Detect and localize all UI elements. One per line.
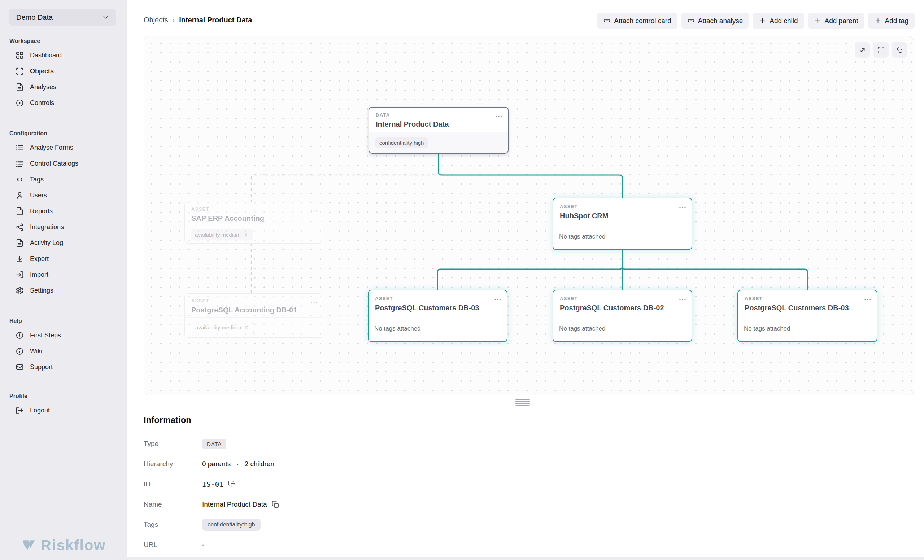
sidebar-item-label: Dashboard (30, 52, 62, 59)
node-menu-button[interactable] (678, 203, 687, 212)
node-title: PostgreSQL Customers DB-03 (375, 304, 500, 312)
info-row-id: ID IS-01 (144, 474, 649, 494)
node-title: Internal Product Data (376, 120, 501, 129)
add-parent-button[interactable]: Add parent (808, 13, 864, 28)
graph-node-internal-product-data[interactable]: DATA Internal Product Data confidentiali… (369, 107, 508, 154)
info-label: Name (144, 500, 202, 508)
node-tag-pill[interactable]: confidentiality:high (375, 138, 428, 148)
node-menu-button[interactable] (863, 295, 872, 304)
attach-analyse-button[interactable]: Attach analyse (681, 13, 749, 28)
alert-circle-icon (15, 331, 24, 340)
node-type-label: ASSET (560, 296, 685, 301)
no-tags-text: No tags attached (374, 325, 421, 332)
sidebar-item-label: Reports (30, 208, 53, 215)
node-tag-pill[interactable]: availability:medium (190, 229, 254, 240)
expand-icon (859, 46, 867, 54)
button-label: Add tag (885, 17, 909, 25)
sidebar-item-reports[interactable]: Reports (0, 203, 127, 219)
graph-node-sap-erp-accounting[interactable]: ASSET SAP ERP Accounting availability:me… (184, 202, 323, 244)
attach-control-card-button[interactable]: Attach control card (597, 13, 677, 28)
graph-node-postgresql-customers-db-03-b[interactable]: ASSET PostgreSQL Customers DB-03 No tags… (737, 290, 878, 342)
no-tags-text: No tags attached (559, 233, 606, 240)
sidebar-item-tags[interactable]: Tags (0, 171, 127, 187)
copy-id-button[interactable] (228, 480, 236, 488)
node-title: PostgreSQL Customers DB-03 (745, 304, 870, 312)
undo-button[interactable] (891, 42, 907, 58)
chevrons-down-icon (244, 325, 249, 331)
node-menu-button[interactable] (310, 298, 318, 307)
sidebar-item-first-steps[interactable]: First Steps (0, 327, 127, 343)
information-panel: Information Type DATA Hierarchy 0 parent… (144, 415, 649, 555)
sidebar-item-objects[interactable]: Objects (0, 63, 127, 79)
sidebar-item-import[interactable]: Import (0, 267, 127, 283)
file-icon (15, 207, 24, 216)
button-label: Add parent (825, 17, 858, 25)
graph-node-postgresql-customers-db-02[interactable]: ASSET PostgreSQL Customers DB-02 No tags… (553, 290, 692, 342)
list-dense-icon (15, 159, 24, 168)
sidebar-item-integrations[interactable]: Integrations (0, 219, 127, 235)
file-text-icon (15, 83, 24, 91)
fullscreen-button[interactable] (873, 42, 889, 58)
workspace-switcher[interactable]: Demo Data (9, 9, 116, 25)
tag-label: confidentiality:high (380, 140, 424, 146)
button-label: Add child (770, 17, 798, 25)
sidebar-item-label: Settings (30, 287, 53, 295)
breadcrumb-objects-link[interactable]: Objects (144, 16, 168, 24)
info-label: Tags (144, 521, 202, 529)
sidebar-item-support[interactable]: Support (0, 359, 127, 375)
button-label: Attach analyse (698, 17, 743, 25)
hierarchy-graph-canvas[interactable]: DATA Internal Product Data confidentiali… (144, 36, 914, 395)
sidebar-item-label: Tags (30, 176, 44, 183)
info-row-tags: Tags confidentiality:high (144, 515, 649, 535)
sidebar-item-dashboard[interactable]: Dashboard (0, 47, 127, 63)
sidebar-item-users[interactable]: Users (0, 187, 127, 203)
sidebar-item-controls[interactable]: Controls (0, 95, 127, 111)
page-header: Objects › Internal Product Data Attach c… (127, 0, 924, 36)
panel-resize-handle[interactable] (515, 398, 530, 406)
node-menu-button[interactable] (494, 295, 502, 304)
undo-icon (896, 46, 903, 54)
node-header: ASSET PostgreSQL Customers DB-03 (369, 290, 507, 316)
sidebar-item-label: Controls (30, 99, 54, 107)
sidebar-item-analyses[interactable]: Analyses (0, 79, 127, 95)
sidebar: Demo Data Workspace Dashboard Objects An… (0, 0, 127, 560)
plus-icon (759, 17, 766, 24)
node-header: ASSET PostgreSQL Customers DB-03 (738, 290, 877, 316)
node-footer: availability:medium (185, 317, 323, 337)
user-icon (15, 191, 24, 199)
copy-name-button[interactable] (272, 500, 279, 508)
info-row-hierarchy: Hierarchy 0 parents · 2 children (144, 454, 649, 474)
info-label: ID (144, 480, 202, 488)
sidebar-item-analyse-forms[interactable]: Analyse Forms (0, 140, 127, 156)
node-type-label: ASSET (560, 204, 685, 209)
sidebar-item-logout[interactable]: Logout (0, 402, 127, 418)
nav-section-workspace: Workspace Dashboard Objects Analyses Con… (0, 38, 127, 111)
node-menu-button[interactable] (495, 112, 503, 121)
node-type-label: DATA (376, 112, 501, 118)
sidebar-item-wiki[interactable]: Wiki (0, 343, 127, 359)
node-menu-button[interactable] (310, 207, 318, 216)
sidebar-item-activity-log[interactable]: Activity Log (0, 235, 127, 251)
type-badge: DATA (202, 439, 226, 449)
graph-node-postgresql-accounting-db-01[interactable]: ASSET PostgreSQL Accounting DB-01 availa… (184, 293, 323, 338)
node-tag-pill[interactable]: availability:medium (190, 322, 254, 333)
add-tag-button[interactable]: Add tag (868, 13, 915, 28)
sidebar-item-label: Analyses (30, 83, 56, 91)
breadcrumb-separator: › (172, 16, 175, 24)
nav-section-help: Help First Steps Wiki Support (0, 318, 127, 375)
sidebar-item-control-catalogs[interactable]: Control Catalogs (0, 156, 127, 171)
node-menu-button[interactable] (678, 295, 687, 304)
graph-node-postgresql-customers-db-03-a[interactable]: ASSET PostgreSQL Customers DB-03 No tags… (368, 290, 507, 342)
hierarchy-separator: · (235, 460, 240, 468)
node-header: ASSET PostgreSQL Customers DB-02 (554, 290, 692, 316)
sidebar-item-label: Import (30, 271, 48, 279)
sidebar-item-export[interactable]: Export (0, 251, 127, 267)
graph-node-hubspot-crm[interactable]: ASSET HubSpot CRM No tags attached (553, 198, 692, 250)
sidebar-item-settings[interactable]: Settings (0, 283, 127, 298)
node-title: PostgreSQL Customers DB-02 (560, 304, 685, 312)
node-footer: availability:medium (185, 226, 323, 243)
add-child-button[interactable]: Add child (753, 13, 804, 28)
node-footer: No tags attached (369, 316, 507, 341)
sidebar-item-label: Logout (30, 407, 50, 414)
expand-view-button[interactable] (855, 42, 870, 58)
